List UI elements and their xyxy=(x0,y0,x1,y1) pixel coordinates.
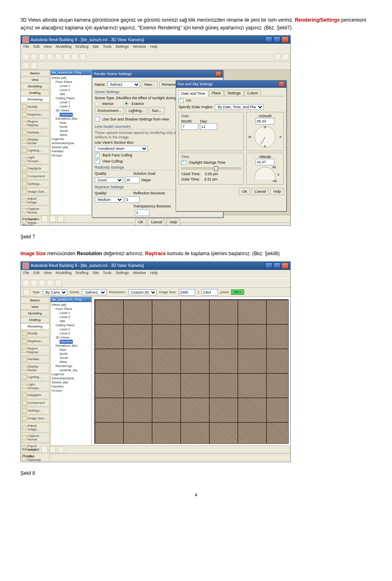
menu2-site[interactable]: Site xyxy=(92,271,99,277)
tab2-view[interactable]: View xyxy=(21,304,49,310)
rss-transp-input[interactable] xyxy=(135,209,149,216)
menu-edit[interactable]: Edit xyxy=(33,45,40,51)
viewbar-perspective-2[interactable]: Perspective xyxy=(22,447,40,451)
btn-light-groups[interactable]: Light Groups... xyxy=(21,154,49,164)
btn-radiate[interactable]: Radiate... xyxy=(21,129,49,136)
render-bar-icon[interactable] xyxy=(23,289,30,296)
tab-colors[interactable]: Colors xyxy=(245,90,261,96)
tab-view[interactable]: View xyxy=(21,77,49,83)
tree-node[interactable]: Site xyxy=(51,92,91,96)
tb2-new-icon[interactable] xyxy=(22,280,29,286)
menu-tools[interactable]: Tools xyxy=(103,45,111,51)
tb-new-icon[interactable] xyxy=(22,53,29,60)
render-go-button[interactable]: GO ! xyxy=(231,289,244,295)
sun-cancel-button[interactable]: Cancel xyxy=(252,188,269,195)
sun-azimuth-value[interactable] xyxy=(256,118,274,125)
maximize-button[interactable] xyxy=(273,36,281,43)
menu2-window[interactable]: Window xyxy=(133,271,146,277)
tab2-basics[interactable]: Basics xyxy=(21,297,49,303)
rss-help-button[interactable]: Help xyxy=(167,218,180,226)
menu-view[interactable]: View xyxy=(44,45,51,51)
tree-node[interactable]: Sheets (all) xyxy=(51,381,91,385)
vb2-icon2[interactable] xyxy=(49,446,56,453)
tab-rendering[interactable]: Rendering xyxy=(21,96,49,102)
btn2-capture-render[interactable]: Capture Rende xyxy=(21,433,49,443)
btn2-image-size[interactable]: Image Size... xyxy=(21,415,49,422)
render-res-select[interactable]: Custom (600 d xyxy=(128,289,157,295)
tab-modelling[interactable]: Modelling xyxy=(21,83,49,89)
render-scene-select[interactable]: Sahne1 xyxy=(82,289,107,295)
tree-node[interactable]: Schedules/Qua xyxy=(51,376,91,381)
btn2-component[interactable]: Component xyxy=(21,399,49,407)
tb-misc-icon[interactable] xyxy=(22,62,29,69)
btn2-daylights[interactable]: Daylights xyxy=(21,392,49,399)
menu2-modelling[interactable]: Modelling xyxy=(56,271,71,277)
tb-copy-icon[interactable] xyxy=(55,53,62,60)
btn-modify[interactable]: Modify xyxy=(21,103,49,110)
vb2-icon3[interactable] xyxy=(58,446,64,453)
close-button[interactable] xyxy=(281,36,289,43)
sun-specify-select[interactable]: By Date, Time, and Place xyxy=(215,104,264,110)
tree-node[interactable]: Families xyxy=(51,385,91,389)
rss-sunshadow-check[interactable] xyxy=(95,117,100,122)
rss-environment-button[interactable]: Environment... xyxy=(95,107,124,114)
btn2-modify[interactable]: Modify xyxy=(21,330,49,337)
vb-icon1[interactable] xyxy=(41,216,48,222)
tab-basics[interactable]: Basics xyxy=(21,70,49,76)
tb-mirror-icon[interactable] xyxy=(274,53,281,60)
btn-display-model[interactable]: Display Model xyxy=(21,136,49,146)
rss-close-button[interactable] xyxy=(215,71,221,77)
btn2-adjust-image[interactable]: Adjust Image... xyxy=(21,423,49,432)
tree-node[interactable]: Level 1 xyxy=(51,100,91,105)
tree-node[interactable]: Level 1 xyxy=(51,311,91,315)
rss-exterior-radio[interactable] xyxy=(124,101,129,106)
viewbar-perspective[interactable]: Perspective xyxy=(22,217,40,221)
render-type-select[interactable]: By Camera xyxy=(43,289,67,295)
tab2-drafting[interactable]: Drafting xyxy=(21,317,49,323)
tree-node[interactable]: Floor Plans xyxy=(51,307,91,311)
tb-cut-icon[interactable] xyxy=(47,53,53,60)
rss-ok-button[interactable]: OK xyxy=(135,218,146,226)
tree-node[interactable]: Level 1 xyxy=(51,327,91,332)
btn2-light-groups[interactable]: Light Groups... xyxy=(21,381,49,391)
minimize-button-2[interactable] xyxy=(265,263,272,269)
tab-date-time[interactable]: Date and Time xyxy=(178,90,208,96)
tree-node[interactable]: Views (all) xyxy=(51,76,91,80)
tree-node[interactable]: North xyxy=(51,125,91,129)
minimize-button[interactable] xyxy=(265,36,272,43)
tb2-save-icon[interactable] xyxy=(39,280,45,286)
rss-quality-select[interactable]: Good xyxy=(95,177,123,183)
menu2-settings[interactable]: Settings xyxy=(116,271,129,277)
btn-settings[interactable]: Settings... xyxy=(21,180,49,187)
tree-node[interactable]: West xyxy=(51,360,91,364)
tree-node[interactable]: Groups xyxy=(51,154,91,158)
sun-month-input[interactable] xyxy=(181,123,198,130)
menu-window[interactable]: Window xyxy=(133,45,146,51)
rss-new-button[interactable]: New... xyxy=(142,81,158,88)
btn-lighting[interactable]: Lighting... xyxy=(21,147,49,154)
tree-node[interactable]: Level 2 xyxy=(51,315,91,319)
tb-paste-icon[interactable] xyxy=(63,53,70,60)
menu2-tools[interactable]: Tools xyxy=(103,271,111,277)
tree-node[interactable]: Sheets (all) xyxy=(51,145,91,149)
tree-node[interactable]: Legends xyxy=(51,372,91,376)
btn-region-raytrace[interactable]: Region Raytrac xyxy=(21,118,49,128)
rss-useview-select[interactable]: <rendered view> xyxy=(95,146,148,151)
sun-daylight-check[interactable] xyxy=(181,160,186,165)
tree-node[interactable]: Groups xyxy=(51,389,91,393)
vb-icon3[interactable] xyxy=(58,216,64,222)
tree-node[interactable]: East xyxy=(51,348,91,352)
sun-on-check[interactable] xyxy=(178,98,183,103)
btn-component[interactable]: Component xyxy=(21,172,49,180)
tree-node[interactable]: Elevations (Bui xyxy=(51,344,91,348)
menu-help[interactable]: Help xyxy=(150,45,158,51)
menu-settings[interactable]: Settings xyxy=(116,45,129,51)
menu2-drafting[interactable]: Drafting xyxy=(76,271,89,277)
btn-capture-render[interactable]: Capture Rende xyxy=(21,206,49,216)
tb-undo-icon[interactable] xyxy=(71,53,78,60)
tree-node[interactable]: Level 2 xyxy=(51,332,91,336)
tree-node[interactable]: Schedules/Qua xyxy=(51,141,91,145)
menu-drafting[interactable]: Drafting xyxy=(76,45,89,51)
close-button-2[interactable] xyxy=(281,263,289,269)
tb-redo-icon[interactable] xyxy=(80,53,86,60)
